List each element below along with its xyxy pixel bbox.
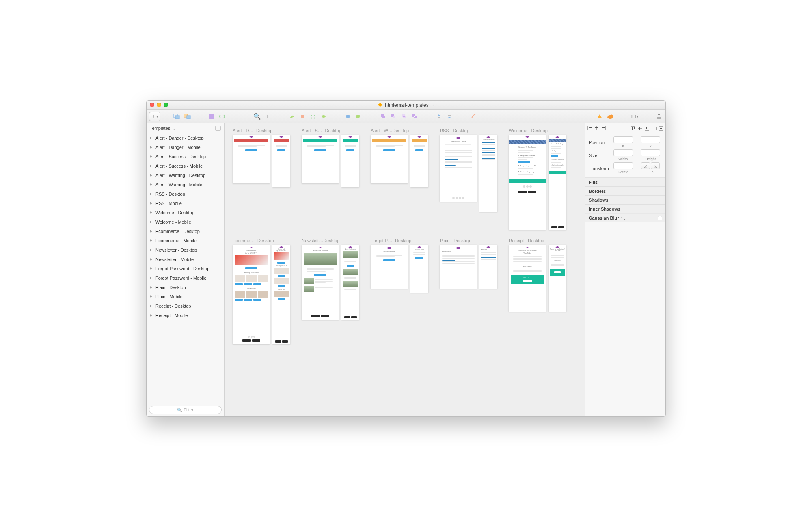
align-right-icon[interactable] — [601, 125, 607, 131]
layer-item[interactable]: ▶RSS - Desktop — [147, 189, 224, 198]
zoom-out-icon[interactable]: − — [242, 112, 251, 121]
canvas[interactable]: Alert - D…- Desktop Alert - S…- Desktop … — [225, 123, 585, 416]
layer-item[interactable]: ▶Forgot Password - Mobile — [147, 273, 224, 282]
distribute-h-icon[interactable] — [651, 125, 657, 131]
disclosure-triangle-icon[interactable]: ▶ — [150, 155, 153, 158]
export-icon[interactable] — [655, 112, 663, 121]
subtract-icon[interactable] — [389, 112, 397, 121]
layer-item[interactable]: ▶RSS - Mobile — [147, 198, 224, 208]
gaussian-blur-section-header[interactable]: Gaussian Blur ⌃⌄ — [585, 213, 665, 222]
align-bottom-icon[interactable] — [644, 125, 650, 131]
disclosure-triangle-icon[interactable]: ▶ — [150, 313, 153, 317]
layer-item[interactable]: ▶Newsletter - Mobile — [147, 254, 224, 264]
shadows-section-header[interactable]: Shadows — [585, 196, 665, 205]
distribute-v-icon[interactable] — [658, 125, 664, 131]
filter-input[interactable]: 🔍 Filter — [149, 406, 222, 414]
fills-section-header[interactable]: Fills — [585, 178, 665, 187]
difference-icon[interactable] — [410, 112, 419, 121]
layer-item[interactable]: ▶Receipt - Desktop — [147, 301, 224, 310]
disclosure-triangle-icon[interactable]: ▶ — [150, 267, 153, 270]
disclosure-triangle-icon[interactable]: ▶ — [150, 248, 153, 252]
edit-icon-1[interactable] — [288, 112, 296, 121]
disclosure-triangle-icon[interactable]: ▶ — [150, 239, 153, 242]
layer-item[interactable]: ▶Alert - Warning - Mobile — [147, 180, 224, 189]
artboard-forgot-password[interactable]: Forgot P…- Desktop Password Reset Passwo… — [371, 238, 428, 344]
flip-h-button[interactable]: ◿ — [641, 162, 650, 169]
forward-icon[interactable] — [435, 112, 443, 121]
disclosure-triangle-icon[interactable]: ▶ — [150, 276, 153, 280]
artboard-alert-danger[interactable]: Alert - D…- Desktop — [233, 128, 290, 230]
disclosure-triangle-icon[interactable]: ▶ — [150, 304, 153, 308]
disclosure-triangle-icon[interactable]: ▶ — [150, 220, 153, 224]
position-y-input[interactable] — [641, 136, 660, 143]
edit-icon-4[interactable] — [320, 112, 328, 121]
scissors-icon[interactable] — [470, 112, 478, 121]
layer-item[interactable]: ▶Forgot Password - Desktop — [147, 264, 224, 273]
artboard-welcome[interactable]: Welcome - Desktop Welcome To The Jungle!… — [509, 128, 566, 230]
width-input[interactable] — [613, 149, 633, 156]
group-icon[interactable] — [173, 112, 181, 121]
align-hcenter-icon[interactable] — [594, 125, 600, 131]
align-left-icon[interactable] — [587, 125, 593, 131]
rotate-icon[interactable] — [344, 112, 352, 121]
zoom-in-icon[interactable]: + — [263, 112, 272, 121]
artboard-alert-warning[interactable]: Alert - W…Desktop — [371, 128, 428, 230]
disclosure-triangle-icon[interactable]: ▶ — [150, 192, 153, 196]
disclosure-triangle-icon[interactable]: ▶ — [150, 295, 153, 298]
disclosure-triangle-icon[interactable]: ▶ — [150, 183, 153, 186]
rotate-input[interactable] — [613, 162, 633, 169]
intersect-icon[interactable] — [400, 112, 408, 121]
layer-item[interactable]: ▶Ecommerce - Desktop — [147, 226, 224, 236]
disclosure-triangle-icon[interactable]: ▶ — [150, 201, 153, 205]
layer-item[interactable]: ▶Plain - Desktop — [147, 282, 224, 292]
sidebar-header[interactable]: Templates ⌄ — [147, 123, 224, 133]
layer-item[interactable]: ▶Alert - Warning - Desktop — [147, 170, 224, 180]
align-vcenter-icon[interactable] — [637, 125, 643, 131]
artboard-ecommerce[interactable]: Ecomme…- Desktop Summer SaleUp To 50% OF… — [233, 238, 290, 344]
collapse-icon[interactable] — [215, 126, 221, 131]
layer-item[interactable]: ▶Receipt - Mobile — [147, 310, 224, 320]
disclosure-triangle-icon[interactable]: ▶ — [150, 164, 153, 168]
layer-item[interactable]: ▶Alert - Danger - Desktop — [147, 133, 224, 142]
layer-item[interactable]: ▶Alert - Danger - Mobile — [147, 142, 224, 152]
layer-item[interactable]: ▶Alert - Success - Mobile — [147, 161, 224, 170]
edit-icon-3[interactable] — [309, 112, 317, 121]
artboard-rss[interactable]: RSS - Desktop Weekly News Update Weekly … — [440, 128, 497, 230]
disclosure-triangle-icon[interactable]: ▶ — [150, 229, 153, 233]
disclosure-triangle-icon[interactable]: ▶ — [150, 145, 153, 149]
insert-button[interactable]: ＋▾ — [149, 112, 160, 121]
disclosure-triangle-icon[interactable]: ▶ — [150, 211, 153, 214]
edit-icon-2[interactable] — [298, 112, 307, 121]
document-title[interactable]: htmlemail-templates ⌄ — [378, 102, 434, 108]
align-top-icon[interactable] — [631, 125, 636, 131]
layer-item[interactable]: ▶Alert - Success - Desktop — [147, 152, 224, 161]
zoom-button[interactable] — [164, 103, 168, 107]
disclosure-triangle-icon[interactable]: ▶ — [150, 285, 153, 289]
cloud-icon[interactable] — [606, 112, 614, 121]
union-icon[interactable] — [379, 112, 387, 121]
artboard-newsletter[interactable]: Newslett…Desktop Across The Universe Acr… — [302, 238, 359, 344]
inner-shadows-section-header[interactable]: Inner Shadows — [585, 205, 665, 213]
zoom-search-icon[interactable]: 🔍 — [253, 112, 261, 121]
create-symbol-icon[interactable] — [207, 112, 216, 121]
disclosure-triangle-icon[interactable]: ▶ — [150, 257, 153, 261]
position-x-input[interactable] — [613, 136, 633, 143]
blur-checkbox[interactable] — [658, 216, 662, 220]
borders-section-header[interactable]: Borders — [585, 187, 665, 196]
layer-item[interactable]: ▶Newsletter - Desktop — [147, 245, 224, 254]
backward-icon[interactable] — [445, 112, 454, 121]
artboard-receipt[interactable]: Receipt - Desktop Thanks For Your Busine… — [509, 238, 566, 344]
artboard-alert-success[interactable]: Alert - S…- Desktop — [302, 128, 359, 230]
layer-item[interactable]: ▶Welcome - Desktop — [147, 208, 224, 217]
ungroup-icon[interactable] — [183, 112, 191, 121]
artboard-plain[interactable]: Plain - Desktop Hello World Hello World — [440, 238, 497, 344]
minimize-button[interactable] — [157, 103, 161, 107]
detach-symbol-icon[interactable] — [218, 112, 226, 121]
disclosure-triangle-icon[interactable]: ▶ — [150, 136, 153, 140]
transform-icon[interactable] — [354, 112, 363, 121]
disclosure-triangle-icon[interactable]: ▶ — [150, 173, 153, 177]
view-icon[interactable]: ▾ — [631, 112, 639, 121]
flip-v-button[interactable]: ◺ — [651, 162, 660, 169]
layer-item[interactable]: ▶Plain - Mobile — [147, 292, 224, 301]
layer-item[interactable]: ▶Ecommerce - Mobile — [147, 236, 224, 245]
